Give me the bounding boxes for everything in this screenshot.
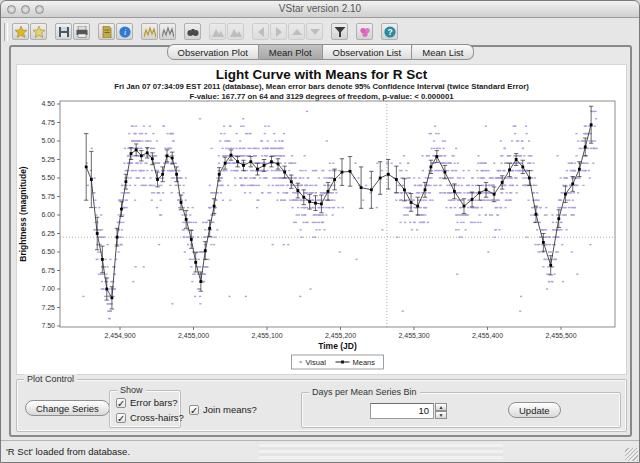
chart-subtitle-1: Fri Jan 07 07:34:09 EST 2011 (database),… xyxy=(17,82,626,92)
status-message: 'R Sct' loaded from database. xyxy=(6,446,130,457)
new-star-from-database-icon[interactable] xyxy=(12,23,29,40)
tab-mean-list[interactable]: Mean List xyxy=(412,44,474,60)
y-tick-label: 7.50 xyxy=(41,322,55,329)
print-icon[interactable] xyxy=(73,23,90,40)
x-tick-label: 2,455,400 xyxy=(472,332,503,339)
bin-value-field[interactable]: 10 xyxy=(370,403,434,419)
help-icon[interactable]: ? xyxy=(381,23,398,40)
chart-title: Light Curve with Means for R Sct xyxy=(17,67,626,82)
bin-group: Days per Mean Series Bin 10 ▲ ▼ Update xyxy=(301,392,621,428)
y-tick-label: 6.00 xyxy=(41,211,55,218)
y-tick-label: 6.25 xyxy=(41,230,55,237)
y-tick-label: 6.50 xyxy=(41,248,55,255)
svg-text:i: i xyxy=(123,28,125,37)
toolbar: i? xyxy=(1,19,639,44)
pan-right-icon xyxy=(270,23,287,40)
cross-hairs-label: Cross-hairs? xyxy=(130,412,184,423)
zoom-out-icon xyxy=(227,23,244,40)
save-icon[interactable] xyxy=(55,23,72,40)
spinner-down-button[interactable]: ▼ xyxy=(435,411,447,419)
y-tick-label: 5.25 xyxy=(41,156,55,163)
cross-hairs-checkbox[interactable]: ✓ xyxy=(116,413,126,423)
x-tick-label: 2,455,000 xyxy=(178,332,209,339)
content-panel: Observation PlotMean PlotObservation Lis… xyxy=(9,45,632,437)
x-tick-label: 2,455,300 xyxy=(398,332,429,339)
y-tick-label: 7.25 xyxy=(41,304,55,311)
bin-group-title: Days per Mean Series Bin xyxy=(309,387,420,397)
y-tick-label: 7.00 xyxy=(41,285,55,292)
legend-label-visual: Visual xyxy=(306,358,327,367)
show-group-title: Show xyxy=(117,385,146,395)
toolbar-handle[interactable] xyxy=(4,23,8,41)
pan-up-icon xyxy=(288,23,305,40)
spinner-up-button[interactable]: ▲ xyxy=(435,403,447,411)
polygon-filter-icon[interactable] xyxy=(356,23,373,40)
tab-mean-plot[interactable]: Mean Plot xyxy=(259,44,323,60)
join-means-checkbox[interactable]: ✓ xyxy=(189,405,199,415)
show-group: Show ✓ Error bars? ✓ Cross-hairs? xyxy=(109,390,181,428)
titlebar[interactable]: VStar version 2.10 xyxy=(1,1,639,18)
join-means-label: Join means? xyxy=(203,404,257,415)
change-series-button[interactable]: Change Series xyxy=(25,400,110,416)
legend-label-means: Means xyxy=(353,358,376,367)
details-icon[interactable]: i xyxy=(116,23,133,40)
y-tick-label: 5.75 xyxy=(41,193,55,200)
tab-bar: Observation PlotMean PlotObservation Lis… xyxy=(167,44,475,60)
y-tick-label: 4.50 xyxy=(41,100,55,107)
find-icon[interactable] xyxy=(184,23,201,40)
svg-text:?: ? xyxy=(387,27,392,37)
error-bars-checkbox[interactable]: ✓ xyxy=(116,398,126,408)
y-tick-label: 4.75 xyxy=(41,119,55,126)
x-tick-label: 2,455,500 xyxy=(545,332,576,339)
plot-area[interactable] xyxy=(60,101,615,327)
resize-grip[interactable] xyxy=(625,448,638,461)
tab-observation-plot[interactable]: Observation Plot xyxy=(167,44,259,60)
x-tick-label: 2,455,100 xyxy=(251,332,282,339)
x-tick-label: 2,455,200 xyxy=(325,332,356,339)
update-button[interactable]: Update xyxy=(508,402,561,418)
plot-control-title: Plot Control xyxy=(24,374,77,384)
observation-info-icon[interactable] xyxy=(98,23,115,40)
filter-icon[interactable] xyxy=(331,23,348,40)
pan-down-icon xyxy=(306,23,323,40)
window-title: VStar version 2.10 xyxy=(1,3,639,14)
x-axis-label: Time (JD) xyxy=(318,341,357,351)
light-curve-plot[interactable]: 4.504.755.005.255.505.756.006.256.506.75… xyxy=(17,98,628,375)
status-bar: 'R Sct' loaded from database. xyxy=(1,440,639,462)
raw-plot-icon[interactable] xyxy=(141,23,158,40)
y-axis-label: Brightness (magnitude) xyxy=(18,166,28,262)
vstar-window: VStar version 2.10 i? Observation PlotMe… xyxy=(0,0,640,463)
y-tick-label: 5.00 xyxy=(41,137,55,144)
pan-left-icon xyxy=(252,23,269,40)
y-tick-label: 6.75 xyxy=(41,267,55,274)
plot-control-group: Plot Control Change Series Show ✓ Error … xyxy=(16,379,627,432)
status-filler xyxy=(259,444,503,459)
new-star-from-file-icon[interactable] xyxy=(30,23,47,40)
zoom-in-icon xyxy=(209,23,226,40)
tab-observation-list[interactable]: Observation List xyxy=(323,44,413,60)
y-tick-label: 5.50 xyxy=(41,174,55,181)
bin-spinner: ▲ ▼ xyxy=(435,403,447,419)
chart-panel: Light Curve with Means for R Sct Fri Jan… xyxy=(16,64,627,375)
error-bars-label: Error bars? xyxy=(130,397,178,408)
x-tick-label: 2,454,900 xyxy=(104,332,135,339)
phase-plot-icon[interactable] xyxy=(159,23,176,40)
